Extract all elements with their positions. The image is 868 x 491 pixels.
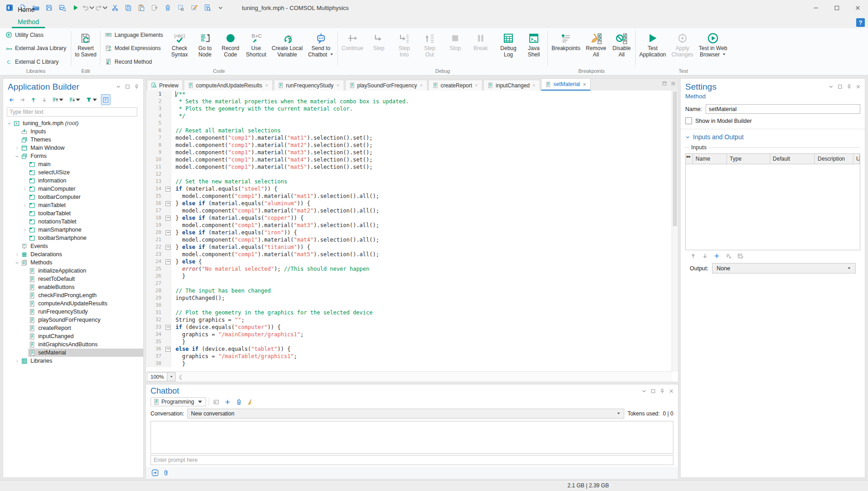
expand-toggle-icon[interactable] xyxy=(14,261,20,265)
ribbon-button-record-code[interactable]: Record Code xyxy=(218,29,243,59)
run-button[interactable] xyxy=(70,2,81,14)
tree-item-checkfindpronglength[interactable]: checkFindProngLength xyxy=(3,291,143,299)
tree-item-information[interactable]: information xyxy=(3,177,143,185)
panel-float-icon[interactable] xyxy=(837,84,843,90)
panel-pin-icon[interactable] xyxy=(846,84,852,90)
ribbon-button-model-expressions[interactable]: a=Model Expressions xyxy=(103,44,165,53)
panel-collapse-icon[interactable] xyxy=(828,84,834,90)
chevron-down-icon[interactable] xyxy=(59,96,65,103)
ribbon-button-breakpoints[interactable]: Breakpoints xyxy=(549,29,583,59)
expand-toggle-icon[interactable] xyxy=(14,154,20,158)
clean-button[interactable] xyxy=(246,398,255,406)
copy-button[interactable] xyxy=(122,2,134,14)
inputs-table-body[interactable] xyxy=(686,164,860,250)
ribbon-button-debug-log[interactable]: Debug Log xyxy=(496,29,521,59)
tree-item-selectuisize[interactable]: selectUISize xyxy=(3,168,143,177)
tree-item-maincomputer[interactable]: mainComputer xyxy=(3,185,143,193)
tree-item-toolbartablet[interactable]: toolbarTablet xyxy=(3,209,143,218)
ribbon-button-remove-all[interactable]: Remove All xyxy=(583,29,609,59)
menu-tab-method[interactable]: Method xyxy=(12,16,45,28)
fold-toggle-icon[interactable] xyxy=(166,216,171,221)
brush-select-button[interactable] xyxy=(188,2,200,14)
panel-pin-icon[interactable] xyxy=(659,388,665,394)
tree-item-initgraphicsandbuttons[interactable]: initGraphicsAndButtons xyxy=(3,340,143,349)
tree-item-tuning-fork-mph[interactable]: Atuning_fork.mph (root) xyxy=(3,119,143,127)
delete-rows-button[interactable] xyxy=(725,253,732,259)
ribbon-button-java-shell[interactable]: Java Shell xyxy=(521,29,547,59)
tree-item-maintablet[interactable]: mainTablet xyxy=(3,201,143,209)
paste-button[interactable] xyxy=(135,2,147,14)
delete-conversation-button[interactable] xyxy=(235,398,243,406)
redo-button[interactable] xyxy=(96,2,108,14)
ribbon-button-external-c-library[interactable]: CExternal C Library xyxy=(4,57,68,66)
select-button[interactable] xyxy=(175,2,187,14)
expand-toggle-icon[interactable] xyxy=(21,228,28,232)
inputs-table[interactable]: ▶▶NameTypeDefaultDescriptionUn xyxy=(685,153,860,250)
editor-vertical-scrollbar[interactable] xyxy=(672,91,678,372)
fold-toggle-icon[interactable] xyxy=(166,245,171,250)
close-tab-icon[interactable] xyxy=(336,83,340,87)
zoom-control[interactable]: 100% xyxy=(147,372,176,381)
zoom-dropdown-icon[interactable] xyxy=(167,373,175,381)
scrollbar-thumb[interactable] xyxy=(673,91,677,226)
tree-item-notationstablet[interactable]: notationsTablet xyxy=(3,218,143,226)
fold-toggle-icon[interactable] xyxy=(166,230,171,235)
export-button[interactable] xyxy=(149,2,161,14)
panel-pin-icon[interactable] xyxy=(134,84,140,90)
close-tab-icon[interactable] xyxy=(582,82,587,86)
editor-tab-setmaterial[interactable]: setMaterial xyxy=(541,78,591,91)
row-up-button[interactable] xyxy=(690,253,697,259)
column-header-default[interactable]: Default xyxy=(770,154,815,164)
tree-item-initializeapplication[interactable]: initializeApplication xyxy=(3,267,143,275)
filter-button[interactable] xyxy=(84,94,100,105)
ribbon-button-record-method[interactable]: Record Method xyxy=(103,57,165,66)
chevron-down-icon[interactable] xyxy=(75,96,81,103)
editor-tab-inputchanged[interactable]: inputChanged xyxy=(483,80,540,91)
ribbon-button-external-java-library[interactable]: JavaExternal Java Library xyxy=(4,44,68,53)
tree-item-toolbarsmartphone[interactable]: toolbarSmartphone xyxy=(3,234,143,242)
menu-tab-file[interactable]: File xyxy=(12,0,45,4)
expand-toggle-icon[interactable] xyxy=(14,359,20,363)
save-button[interactable] xyxy=(43,2,55,14)
undo-button[interactable] xyxy=(83,2,95,14)
output-select[interactable]: None xyxy=(712,263,856,273)
editor-tab-computeandupdateresults[interactable]: computeAndUpdateResults xyxy=(184,80,273,91)
show-in-model-builder-option[interactable]: Show in Model Builder xyxy=(681,114,865,129)
chevron-down-icon[interactable] xyxy=(89,4,95,11)
move-down-button[interactable] xyxy=(40,94,49,105)
toolbar-overflow-button[interactable] xyxy=(215,2,226,14)
scroll-left-icon[interactable]: ❮ xyxy=(176,374,185,380)
menu-tab-home[interactable]: Home xyxy=(12,4,45,16)
tree-item-themes[interactable]: Themes xyxy=(3,136,143,144)
help-button[interactable]: ? xyxy=(856,18,865,27)
panel-close-icon[interactable] xyxy=(855,84,861,90)
editor-tools-toggle[interactable] xyxy=(101,94,110,105)
ribbon-button-language-elements[interactable]: ABCLanguage Elements xyxy=(103,30,165,39)
tree-item-computeandupdateresults[interactable]: computeAndUpdateResults xyxy=(3,299,143,308)
expand-toggle-icon[interactable] xyxy=(14,146,20,150)
expand-toggle-icon[interactable] xyxy=(14,253,20,257)
prompt-input[interactable] xyxy=(151,455,673,465)
tree-item-inputchanged[interactable]: inputChanged xyxy=(3,332,143,340)
editor-restore-icon[interactable] xyxy=(662,81,667,86)
editor-tab-playsoundforfrequency[interactable]: playSoundForFrequency xyxy=(345,80,427,91)
ribbon-button-go-to-node[interactable]: Go to Node xyxy=(192,29,218,59)
column-header-un[interactable]: Un xyxy=(853,154,860,164)
ribbon-button-utility-class[interactable]: Utility Class xyxy=(4,30,68,39)
ribbon-button-send-to-chatbot[interactable]: Send to Chatbot xyxy=(306,29,336,59)
ribbon-button-test-application[interactable]: Test Application xyxy=(637,29,669,59)
tree-item-resettodefault[interactable]: resetToDefault xyxy=(3,275,143,283)
add-row-button[interactable] xyxy=(713,253,720,259)
close-button[interactable] xyxy=(847,0,868,15)
fold-toggle-icon[interactable] xyxy=(166,325,171,330)
inputs-and-output-section-header[interactable]: Inputs and Output xyxy=(681,129,865,142)
tree-item-createreport[interactable]: createReport xyxy=(3,324,143,332)
tree-item-events[interactable]: Events xyxy=(3,242,143,250)
tree-item-methods[interactable]: Methods xyxy=(3,258,143,267)
attach-button[interactable] xyxy=(162,469,170,476)
row-down-button[interactable] xyxy=(702,253,708,259)
editor-tab-runfrequencystudy[interactable]: runFrequencyStudy xyxy=(274,80,344,91)
maximize-button[interactable] xyxy=(826,0,847,15)
chevron-down-icon[interactable] xyxy=(92,96,98,103)
move-up-button[interactable] xyxy=(29,94,38,105)
